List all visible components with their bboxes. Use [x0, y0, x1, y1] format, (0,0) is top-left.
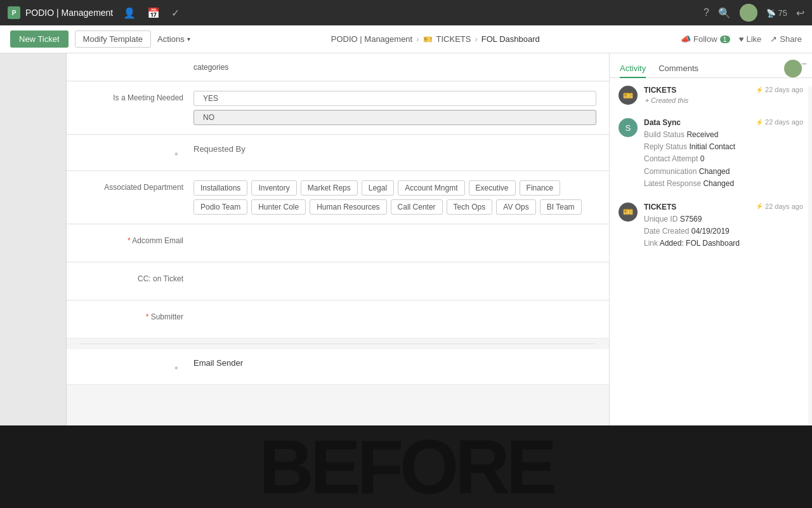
share-label: Share: [780, 34, 802, 44]
panel-avatar: [784, 60, 802, 77]
panel-collapse-icon[interactable]: −: [801, 58, 807, 70]
dept-market-reps: Market Reps: [301, 180, 358, 196]
lightning-icon-3: ⚡: [756, 203, 763, 210]
submitter-row: * Submitter: [67, 301, 609, 338]
meeting-needed-value: YES NO: [193, 91, 596, 125]
email-sender-label: Email Sender: [193, 358, 243, 368]
dept-av-ops: AV Ops: [496, 199, 535, 215]
submitter-label-text: Submitter: [151, 312, 183, 321]
avatar[interactable]: [740, 4, 757, 22]
requested-by-row: • Requested By: [67, 135, 609, 171]
dept-inventory: Inventory: [251, 180, 296, 196]
categories-value: categories: [193, 62, 596, 72]
share-button[interactable]: ↗ Share: [770, 34, 802, 44]
adcomm-required-star: *: [128, 236, 131, 245]
share-icon: ↗: [770, 34, 777, 44]
follow-count: 1: [720, 36, 730, 43]
tab-comments[interactable]: Comments: [658, 60, 698, 78]
search-icon[interactable]: 🔍: [718, 7, 731, 19]
categories-label: [79, 62, 193, 65]
nav-left: P PODIO | Management 👤 📅 ✓: [8, 6, 180, 19]
calendar-icon[interactable]: 📅: [147, 7, 160, 19]
dot-left: •: [79, 144, 193, 161]
categories-row: categories: [67, 53, 609, 81]
notification-count[interactable]: 📡 75: [766, 8, 787, 18]
dept-call-center: Call Center: [391, 199, 443, 215]
activity-title-3: TICKETS: [644, 203, 676, 211]
follow-icon: 📣: [681, 34, 691, 44]
activity-item-2: S Data Sync ⚡ 22 days ago Build Status R…: [619, 118, 803, 190]
toolbar-right: 📣 Follow 1 ♥ Like ↗ Share: [681, 34, 802, 44]
dept-tags: Installations Inventory Market Reps Lega…: [193, 180, 596, 215]
nav-icons: 👤 📅 ✓: [123, 7, 180, 19]
activity-sub-1: ✦ Created this: [644, 97, 803, 104]
submitter-input[interactable]: [193, 310, 596, 329]
requested-by-label: Requested By: [193, 144, 246, 154]
check-icon[interactable]: ✓: [171, 7, 180, 19]
meeting-no[interactable]: NO: [193, 110, 596, 125]
brand-text: PODIO | Management: [25, 8, 113, 18]
nav-right: ? 🔍 📡 75 ↩: [704, 4, 804, 22]
dept-legal: Legal: [362, 180, 394, 196]
breadcrumb-app[interactable]: TICKETS: [436, 34, 471, 44]
email-sender-value: Email Sender: [193, 358, 596, 368]
activity-item-1: 🎫 TICKETS ⚡ 22 days ago ✦ Created this: [619, 86, 803, 105]
follow-label: Follow: [693, 34, 717, 44]
lightning-icon-1: ⚡: [756, 86, 763, 93]
person-icon[interactable]: 👤: [123, 7, 136, 19]
activity-detail-3: Unique ID S7569 Date Created 04/19/2019 …: [644, 213, 803, 250]
activity-header-1: TICKETS ⚡ 22 days ago: [644, 86, 803, 95]
cc-ticket-row: CC: on Ticket: [67, 263, 609, 300]
dept-human-resources: Human Resources: [310, 199, 386, 215]
adcomm-email-value[interactable]: [193, 234, 596, 253]
dept-account-mngmt: Account Mngmt: [398, 180, 464, 196]
dot-icon: •: [174, 148, 178, 161]
submitter-label: * Submitter: [79, 310, 193, 321]
actions-button[interactable]: Actions ▾: [157, 34, 190, 44]
cc-ticket-value[interactable]: [193, 272, 596, 291]
dept-hunter-cole: Hunter Cole: [251, 199, 306, 215]
help-icon[interactable]: ?: [704, 7, 709, 18]
right-panel-tabs: Activity Comments −: [610, 53, 812, 78]
requested-by-value: Requested By: [193, 144, 596, 154]
activity-content-3: TICKETS ⚡ 22 days ago Unique ID S7569 Da…: [644, 203, 803, 250]
dept-installations: Installations: [193, 180, 247, 196]
actions-chevron: ▾: [187, 36, 190, 43]
adcomm-email-input[interactable]: [193, 234, 596, 253]
tab-activity[interactable]: Activity: [620, 60, 646, 78]
cc-ticket-input[interactable]: [193, 272, 596, 291]
breadcrumb: PODIO | Management › 🎫 TICKETS › FOL Das…: [331, 34, 540, 44]
activity-icon-2: S: [619, 118, 638, 137]
activity-item-3: 🎫 TICKETS ⚡ 22 days ago Unique ID S7569 …: [619, 203, 803, 250]
like-button[interactable]: ♥ Like: [739, 34, 762, 44]
like-icon: ♥: [739, 34, 744, 44]
activity-detail-2: Build Status Received Reply Status Initi…: [644, 129, 803, 190]
dept-bi-team: BI Team: [540, 199, 582, 215]
dept-executive: Executive: [469, 180, 516, 196]
toolbar: New Ticket Modify Template Actions ▾ POD…: [0, 25, 812, 53]
like-label: Like: [746, 34, 761, 44]
activity-title-1: TICKETS: [644, 86, 676, 95]
activity-feed: 🎫 TICKETS ⚡ 22 days ago ✦ Created this: [610, 78, 812, 474]
meeting-yes[interactable]: YES: [193, 91, 596, 106]
modify-template-button[interactable]: Modify Template: [75, 30, 151, 48]
form-section: categories Is a Meeting Needed YES NO •: [67, 53, 609, 385]
activity-icon-1: 🎫: [619, 86, 638, 105]
activity-content-1: TICKETS ⚡ 22 days ago ✦ Created this: [644, 86, 803, 105]
new-ticket-button[interactable]: New Ticket: [10, 30, 69, 48]
submitter-required-star: *: [146, 312, 149, 321]
dept-label: Associated Department: [79, 180, 193, 192]
activity-header-2: Data Sync ⚡ 22 days ago: [644, 118, 803, 127]
watermark-text: BEFORE: [259, 425, 553, 508]
submitter-value[interactable]: [193, 310, 596, 329]
tickets-icon: 🎫: [423, 35, 433, 44]
follow-button[interactable]: 📣 Follow 1: [681, 34, 730, 44]
brand[interactable]: P PODIO | Management: [8, 6, 113, 19]
email-sender-row: • Email Sender: [67, 349, 609, 385]
divider: [79, 344, 596, 344]
back-icon[interactable]: ↩: [796, 7, 804, 19]
dept-tech-ops: Tech Ops: [447, 199, 493, 215]
top-nav: P PODIO | Management 👤 📅 ✓ ? 🔍 📡 75 ↩: [0, 0, 812, 25]
breadcrumb-workspace[interactable]: PODIO | Management: [331, 34, 412, 44]
activity-content-2: Data Sync ⚡ 22 days ago Build Status Rec…: [644, 118, 803, 190]
